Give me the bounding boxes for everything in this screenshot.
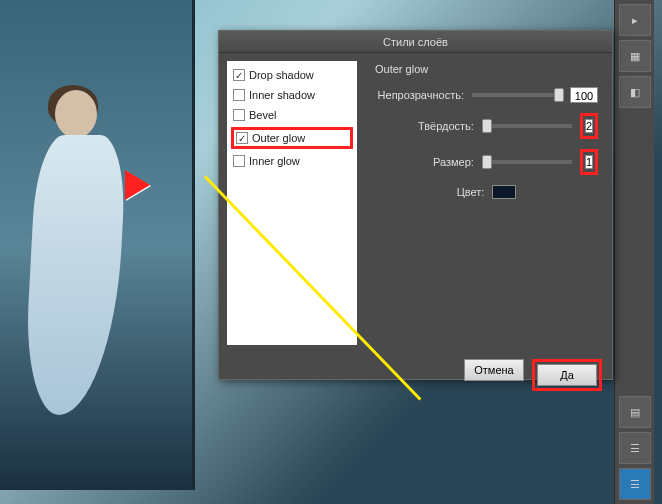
- checkbox-icon[interactable]: ✓: [236, 132, 248, 144]
- panel-tab[interactable]: ▦: [619, 40, 651, 72]
- annotation-arrow: [125, 170, 165, 200]
- settings-title: Outer glow: [375, 63, 598, 75]
- hardness-slider[interactable]: [482, 124, 572, 128]
- style-drop-shadow[interactable]: ✓ Drop shadow: [231, 67, 353, 83]
- style-settings: Outer glow Непрозрачность: 100 Твёрдость…: [361, 53, 612, 353]
- hardness-value[interactable]: 2: [585, 119, 593, 133]
- opacity-slider[interactable]: [472, 93, 562, 97]
- style-label: Bevel: [249, 109, 277, 121]
- style-label: Drop shadow: [249, 69, 314, 81]
- opacity-label: Непрозрачность:: [375, 89, 464, 101]
- panels-dock: ▸ ▦ ◧ ▤ ☰ ☰: [614, 0, 654, 504]
- style-label: Inner glow: [249, 155, 300, 167]
- color-label: Цвет:: [457, 186, 485, 198]
- style-label: Inner shadow: [249, 89, 315, 101]
- panel-tab[interactable]: ▤: [619, 396, 651, 428]
- style-inner-shadow[interactable]: Inner shadow: [231, 87, 353, 103]
- panel-tab[interactable]: ☰: [619, 432, 651, 464]
- size-label: Размер:: [375, 156, 474, 168]
- checkbox-icon[interactable]: ✓: [233, 69, 245, 81]
- canvas-preview: [0, 0, 195, 490]
- color-swatch[interactable]: [492, 185, 516, 199]
- style-outer-glow[interactable]: ✓ Outer glow: [231, 127, 353, 149]
- checkbox-icon[interactable]: [233, 155, 245, 167]
- panel-tab-layers[interactable]: ☰: [619, 468, 651, 500]
- panel-tab[interactable]: ◧: [619, 76, 651, 108]
- layer-styles-dialog: Стили слоёв ✓ Drop shadow Inner shadow B…: [218, 30, 613, 380]
- style-inner-glow[interactable]: Inner glow: [231, 153, 353, 169]
- dialog-title: Стили слоёв: [219, 31, 612, 53]
- cancel-button[interactable]: Отмена: [464, 359, 524, 381]
- size-value[interactable]: 1: [585, 155, 593, 169]
- style-list: ✓ Drop shadow Inner shadow Bevel ✓ Outer…: [227, 61, 357, 345]
- ok-button[interactable]: Да: [537, 364, 597, 386]
- checkbox-icon[interactable]: [233, 109, 245, 121]
- opacity-value[interactable]: 100: [570, 87, 598, 103]
- panel-tab[interactable]: ▸: [619, 4, 651, 36]
- checkbox-icon[interactable]: [233, 89, 245, 101]
- style-label: Outer glow: [252, 132, 305, 144]
- style-bevel[interactable]: Bevel: [231, 107, 353, 123]
- size-slider[interactable]: [482, 160, 572, 164]
- hardness-label: Твёрдость:: [375, 120, 474, 132]
